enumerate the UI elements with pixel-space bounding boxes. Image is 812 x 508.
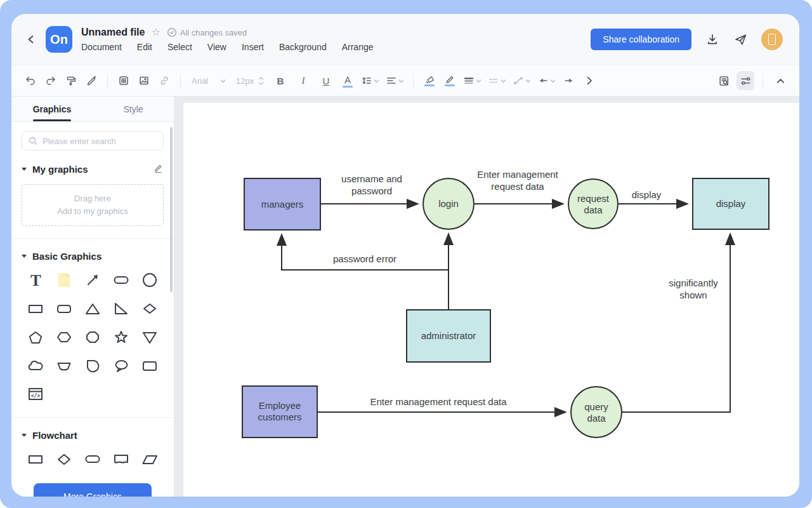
shape-right-triangle[interactable]	[110, 298, 132, 319]
line-dash-button[interactable]	[486, 71, 508, 90]
node-label-managers[interactable]: managers	[261, 199, 304, 210]
shape-frame-rectangle[interactable]	[139, 355, 160, 377]
shape-cloud[interactable]	[25, 355, 46, 377]
shape-note[interactable]	[53, 269, 75, 291]
node-label-employee-1[interactable]: Employee	[259, 400, 301, 411]
shape-rectangle[interactable]	[25, 298, 46, 319]
shape-rounded-rectangle[interactable]	[53, 298, 75, 319]
font-size-stepper[interactable]: 12px	[232, 71, 268, 90]
edge-administrator-managers[interactable]	[282, 235, 449, 270]
shape-speech-bubble[interactable]	[110, 355, 132, 377]
shape-pentagon[interactable]	[25, 326, 46, 348]
menu-edit[interactable]: Edit	[137, 42, 152, 52]
edge-label-username-2[interactable]: password	[351, 185, 392, 196]
redo-button[interactable]	[42, 71, 60, 90]
more-tools-button[interactable]	[580, 71, 598, 90]
format-painter-button[interactable]	[62, 71, 80, 90]
shape-triangle[interactable]	[82, 298, 103, 319]
app-logo[interactable]: On	[46, 26, 72, 53]
node-label-query-1[interactable]: query	[584, 401, 608, 412]
favorite-star-icon[interactable]: ☆	[151, 27, 160, 37]
shape-terminator[interactable]	[82, 448, 103, 470]
search-box[interactable]	[22, 131, 164, 150]
menu-background[interactable]: Background	[279, 42, 327, 52]
table-grid-button[interactable]	[115, 71, 133, 90]
collapse-caret-icon[interactable]	[22, 434, 27, 437]
properties-panel-toggle[interactable]	[737, 71, 754, 90]
edge-label-enter-mgmt-full[interactable]: Enter management request data	[370, 396, 507, 407]
menu-document[interactable]: Document	[81, 42, 122, 52]
node-request-data[interactable]	[568, 179, 618, 229]
shape-curved-trapezoid[interactable]	[53, 355, 75, 377]
edge-label-enter-mgmt-2[interactable]: request data	[491, 181, 544, 192]
my-graphics-dropzone[interactable]: Drag here Add to my graphics	[22, 184, 164, 226]
shape-document[interactable]	[110, 448, 132, 470]
underline-button[interactable]: U	[316, 71, 336, 90]
edge-label-significant-2[interactable]: shown	[679, 290, 707, 300]
node-query-data[interactable]	[571, 387, 622, 438]
line-spacing-button[interactable]	[359, 71, 381, 90]
menu-view[interactable]: View	[207, 42, 226, 52]
tab-style[interactable]: Style	[93, 97, 174, 121]
line-width-button[interactable]	[461, 71, 483, 90]
edge-querydata-display[interactable]	[622, 234, 730, 412]
arrow-start-button[interactable]	[535, 71, 558, 90]
menu-insert[interactable]: Insert	[242, 42, 264, 52]
shape-circle[interactable]	[139, 269, 160, 291]
font-family-select[interactable]: Arial	[188, 71, 230, 90]
shape-inverted-triangle[interactable]	[139, 326, 160, 348]
send-icon[interactable]	[733, 32, 747, 46]
shape-star[interactable]	[110, 326, 132, 348]
share-collaboration-button[interactable]: Share collaboration	[591, 29, 691, 50]
download-icon[interactable]	[705, 32, 719, 46]
edge-label-enter-mgmt-1[interactable]: Enter management	[477, 169, 558, 180]
shape-process[interactable]	[25, 448, 46, 470]
undo-button[interactable]	[22, 71, 39, 90]
shape-code-block[interactable]: </>	[25, 384, 46, 405]
node-label-administrator[interactable]: administrator	[421, 330, 476, 341]
node-label-request-data-2[interactable]: data	[584, 204, 603, 215]
sidebar-scrollbar[interactable]	[170, 127, 173, 292]
edge-label-significant-1[interactable]: significantly	[669, 277, 718, 288]
search-input[interactable]	[43, 137, 157, 146]
shape-diamond[interactable]	[139, 298, 160, 319]
node-label-query-2[interactable]: data	[587, 413, 606, 424]
collapse-caret-icon[interactable]	[22, 255, 27, 258]
more-graphics-button[interactable]: More Graphics	[34, 483, 152, 497]
shape-arrow[interactable]	[82, 269, 103, 291]
fill-color-button[interactable]	[421, 71, 438, 90]
shape-teardrop[interactable]	[82, 355, 103, 377]
collapse-toolbar-button[interactable]	[771, 71, 789, 90]
user-avatar[interactable]	[761, 29, 783, 50]
node-label-employee-2[interactable]: customers	[258, 411, 301, 422]
shape-decision[interactable]	[53, 448, 75, 470]
document-title[interactable]: Unnamed file	[81, 27, 145, 38]
shape-text[interactable]: T	[25, 269, 46, 291]
menu-arrange[interactable]: Arrange	[342, 42, 374, 52]
arrow-end-button[interactable]	[560, 71, 578, 90]
stroke-color-button[interactable]	[441, 71, 459, 90]
edit-pencil-icon[interactable]	[153, 163, 164, 176]
menu-select[interactable]: Select	[167, 42, 192, 52]
collapse-caret-icon[interactable]	[22, 168, 27, 171]
font-color-button[interactable]: A	[339, 71, 357, 90]
shape-octagon[interactable]	[82, 326, 103, 348]
shape-hexagon[interactable]	[53, 326, 75, 348]
node-label-display[interactable]: display	[716, 198, 746, 209]
edge-label-display[interactable]: display	[632, 189, 662, 200]
edge-label-username-1[interactable]: username and	[341, 173, 402, 184]
italic-button[interactable]: I	[293, 71, 313, 90]
canvas-page[interactable]: managers login request data display admi…	[183, 103, 799, 497]
connector-style-button[interactable]	[511, 71, 533, 90]
back-button[interactable]	[22, 30, 41, 49]
shape-stadium[interactable]	[110, 269, 132, 291]
text-align-button[interactable]	[384, 71, 406, 90]
tab-graphics[interactable]: Graphics	[11, 97, 93, 121]
node-label-login[interactable]: login	[438, 198, 459, 209]
canvas-area[interactable]: managers login request data display admi…	[174, 97, 799, 497]
node-label-request-data-1[interactable]: request	[577, 193, 610, 204]
image-button[interactable]	[135, 71, 153, 90]
bold-button[interactable]: B	[270, 71, 291, 90]
style-pen-button[interactable]	[82, 71, 100, 90]
edge-label-password-error[interactable]: password error	[333, 253, 396, 264]
